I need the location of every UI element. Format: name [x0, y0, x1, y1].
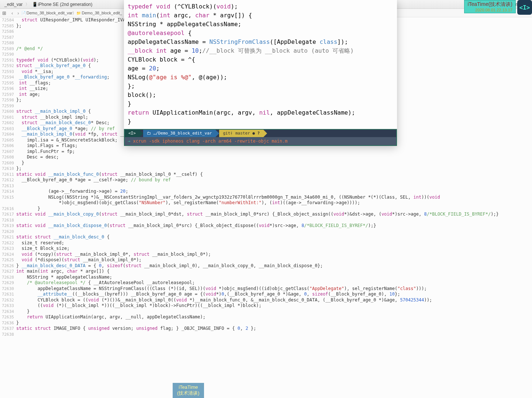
term-logo: <I>: [125, 130, 139, 137]
code-overlay: typedef void (^CYLBlock)(void); int main…: [124, 0, 397, 146]
grid-icon[interactable]: [2, 10, 9, 16]
nav-fwd-icon[interactable]: ›: [15, 10, 21, 16]
badge-title: iTeaTime(技术清谈): [467, 1, 512, 7]
nav-back-icon[interactable]: ‹: [9, 10, 15, 16]
terminal-strip: <I> 🗀 …/Demo_38_block_edit_var git ᚼ mas…: [124, 129, 397, 146]
doc-icon: [21, 11, 27, 15]
breadcrumb-doc[interactable]: Demo_38_block_edit_var: [27, 11, 73, 15]
scheme[interactable]: _edit_var: [2, 2, 25, 7]
device[interactable]: 📱 iPhone SE (2nd generation): [30, 2, 94, 7]
chevron-right-icon: 〉: [25, 2, 29, 7]
term-path: 🗀 …/Demo_38_block_edit_var: [143, 130, 216, 137]
breadcrumb-folder[interactable]: Demo_38_block_edit_: [82, 11, 122, 15]
badge-logo-icon: <I>: [517, 0, 532, 15]
term-git: git ᚼ master ● ?: [219, 130, 263, 137]
watermark-badge: iTeaTime(技术清谈) 2020.08.01.22.13.17 <I>: [464, 0, 532, 15]
line-gutter: 72584 72585 72586 72587 72588 72589 7259…: [0, 17, 16, 398]
chevron-right-icon: 〉: [72, 10, 76, 16]
folder-icon: [76, 11, 82, 15]
footer-badge: iTeaTime (技术清谈): [173, 383, 204, 398]
badge-date: 2020.08.01.22.13.17: [467, 8, 512, 12]
terminal-command[interactable]: → xcrun -sdk iphoneos clang -arch arm64 …: [125, 137, 396, 145]
